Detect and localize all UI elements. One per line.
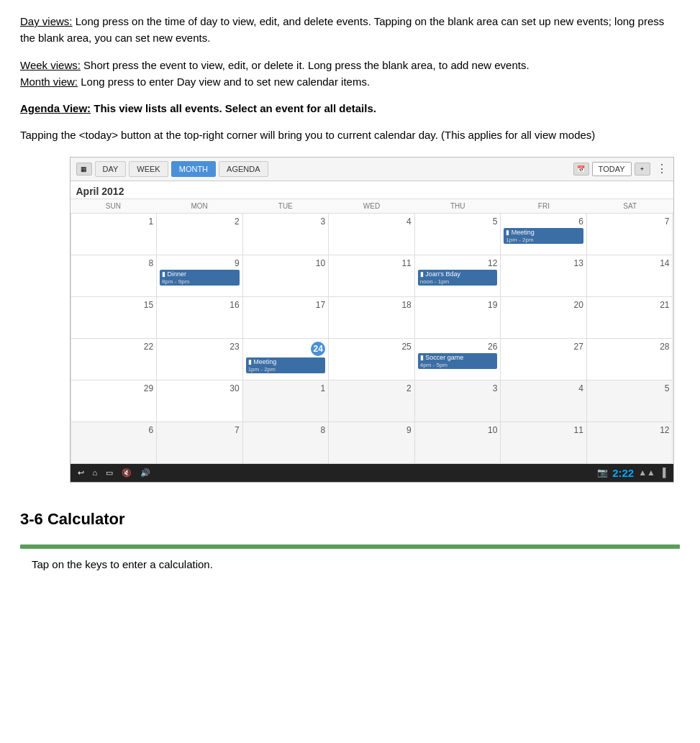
calendar-cell[interactable]: 4 (329, 214, 415, 255)
week-views-text: Short press the event to view, edit, or … (81, 59, 529, 71)
calendar-cell[interactable]: 6 (71, 422, 158, 464)
calendar-cell[interactable]: 21 (587, 297, 673, 339)
calendar-cell[interactable]: 17 (243, 297, 329, 339)
home-icon: ⌂ (93, 468, 98, 478)
calendar-cell[interactable]: 1 (71, 214, 158, 255)
calculator-body: Tap on the keys to enter a calculation. (20, 556, 680, 573)
cell-date: 18 (332, 300, 412, 310)
calendar-cell[interactable]: 10 (243, 255, 329, 297)
calendar-event[interactable]: ▮ Meeting1pm - 2pm (246, 357, 326, 373)
calendar-cell[interactable]: 11 (501, 422, 587, 464)
wifi-icon: ▲▲ (638, 468, 655, 478)
calendar-cell[interactable]: 10 (415, 422, 501, 464)
calendar-cell[interactable]: 28 (587, 339, 673, 380)
cell-date: 21 (590, 300, 670, 310)
calendar-cell[interactable]: 24▮ Meeting1pm - 2pm (243, 339, 329, 380)
calendar-cell[interactable]: 18 (329, 297, 415, 339)
page-content: Day views: Long press on the time of day… (20, 13, 680, 573)
calendar-cell[interactable]: 2 (157, 214, 243, 255)
today-button[interactable]: TODAY (592, 162, 632, 176)
cell-date: 10 (246, 258, 326, 268)
cell-date: 2 (160, 216, 240, 227)
tapping-paragraph: Tapping the <today> button at the top-ri… (20, 127, 680, 143)
calendar-event[interactable]: ▮ Joan's Bdaynoon - 1pm (418, 270, 498, 286)
calendar-cell[interactable]: 12 (587, 422, 673, 464)
calendar-event[interactable]: ▮ Dinner8pm - 9pm (160, 270, 240, 286)
tab-month[interactable]: MONTH (171, 161, 216, 177)
day-name-wed: WED (329, 199, 415, 213)
tab-agenda[interactable]: AGENDA (219, 161, 268, 177)
cell-date: 30 (160, 383, 240, 393)
calendar-cell[interactable]: 22 (71, 339, 158, 380)
cell-date: 27 (504, 342, 583, 352)
calendar-event[interactable]: ▮ Soccer game4pm - 5pm (418, 353, 498, 369)
back-icon: ↩ (78, 468, 84, 478)
cell-date: 26 (418, 342, 498, 352)
cell-date: 13 (504, 258, 583, 268)
cell-date: 8 (246, 425, 326, 435)
agenda-view-label: Agenda View: (20, 102, 91, 114)
tab-week[interactable]: WEEK (129, 161, 168, 177)
week-views-paragraph: Week views: Short press the event to vie… (20, 57, 680, 73)
calendar-cell[interactable]: 8 (71, 255, 158, 297)
add-icon[interactable]: + (635, 163, 650, 176)
calendar-cell[interactable]: 14 (587, 255, 673, 297)
calendar-cell[interactable]: 9 (329, 422, 415, 464)
calendar-cell[interactable]: 7 (587, 214, 673, 255)
calendar-cell[interactable]: 2 (329, 380, 415, 422)
calendar-cell[interactable]: 9▮ Dinner8pm - 9pm (157, 255, 243, 297)
calendar-cell[interactable]: 29 (71, 380, 158, 422)
calendar-cell[interactable]: 3 (415, 380, 501, 422)
cell-date: 11 (504, 425, 583, 435)
calendar-cell[interactable]: 7 (157, 422, 243, 464)
month-year-header: April 2012 (71, 181, 673, 199)
calendar-cell[interactable]: 5 (415, 214, 501, 255)
calendar-cell[interactable]: 8 (243, 422, 329, 464)
day-name-tue: TUE (242, 199, 329, 213)
calendar-cell[interactable]: 27 (501, 339, 587, 380)
calendar-cell[interactable]: 23 (157, 339, 243, 380)
signal-icon: ▐ (660, 468, 666, 478)
agenda-view-paragraph: Agenda View: This view lists all events.… (20, 100, 680, 117)
tab-day[interactable]: DAY (95, 161, 127, 177)
calendar-cell[interactable]: 16 (157, 297, 243, 339)
calendar-grid[interactable]: 123456▮ Meeting1pm - 2pm789▮ Dinner8pm -… (71, 214, 673, 464)
calendar-cell[interactable]: 11 (329, 255, 415, 297)
cell-date: 22 (74, 342, 154, 352)
calendar-cell[interactable]: 13 (501, 255, 587, 297)
calendar-cell[interactable]: 25 (329, 339, 415, 380)
days-header: SUNMONTUEWEDTHUFRISAT (71, 199, 673, 214)
apps-icon: ▭ (106, 468, 113, 478)
calendar-cell[interactable]: 12▮ Joan's Bdaynoon - 1pm (415, 255, 501, 297)
calendar-cell[interactable]: 20 (501, 297, 587, 339)
cell-date: 5 (418, 216, 498, 227)
cell-date: 12 (590, 425, 670, 435)
calendar-cell[interactable]: 5 (587, 380, 673, 422)
calendar-cell[interactable]: 4 (501, 380, 587, 422)
day-name-sat: SAT (587, 199, 673, 213)
cell-date: 29 (74, 383, 154, 393)
calculator-section-header: 3-6 Calculator (20, 510, 680, 529)
calendar-cell[interactable]: 19 (415, 297, 501, 339)
calendar-cell[interactable]: 3 (243, 214, 329, 255)
more-options-icon[interactable]: ⋮ (656, 162, 668, 176)
tapping-text: Tapping the <today> button at the top-ri… (20, 129, 595, 141)
camera-icon: 📷 (597, 468, 608, 478)
volume-icon: 🔊 (140, 468, 150, 478)
day-name-sun: SUN (71, 199, 157, 213)
cell-date: 9 (160, 258, 240, 268)
calendar-cell[interactable]: 6▮ Meeting1pm - 2pm (501, 214, 587, 255)
calendar-cell[interactable]: 15 (71, 297, 158, 339)
calendar-cell[interactable]: 1 (243, 380, 329, 422)
status-left-icons: ↩ ⌂ ▭ 🔇 🔊 (78, 468, 151, 478)
cell-date: 15 (74, 300, 154, 310)
cell-date: 23 (160, 342, 240, 352)
cell-date: 5 (590, 383, 670, 393)
cell-date: 3 (418, 383, 498, 393)
calendar-cell[interactable]: 26▮ Soccer game4pm - 5pm (415, 339, 501, 380)
calendar-cell[interactable]: 30 (157, 380, 243, 422)
cell-date: 20 (504, 300, 583, 310)
cell-date: 12 (418, 258, 498, 268)
calendar-grid-icon: ▦ (76, 163, 92, 176)
calendar-event[interactable]: ▮ Meeting1pm - 2pm (504, 228, 583, 244)
